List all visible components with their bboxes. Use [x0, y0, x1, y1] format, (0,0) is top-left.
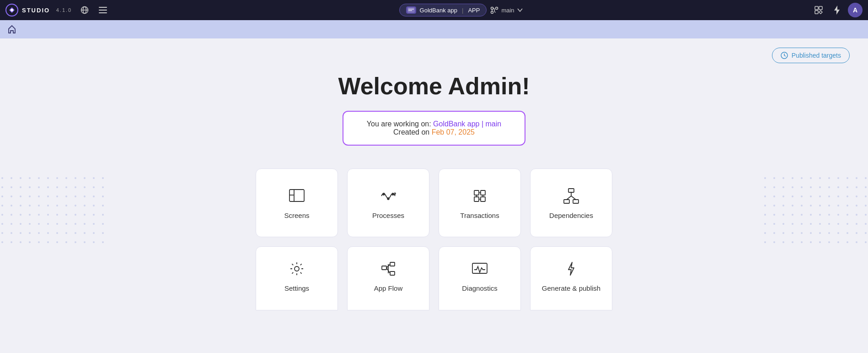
svg-rect-26: [474, 197, 479, 201]
svg-rect-8: [407, 7, 415, 13]
app-flow-icon: [379, 260, 397, 278]
published-targets-button[interactable]: Published targets: [772, 48, 850, 63]
topnav: STUDIO 4.1.0 GoldBank app | APP: [0, 0, 868, 20]
transactions-card[interactable]: Transactions: [439, 168, 521, 237]
svg-rect-24: [474, 190, 479, 195]
svg-rect-33: [564, 200, 569, 203]
dependencies-label: Dependencies: [549, 212, 593, 219]
app-selector[interactable]: GoldBank app | APP: [399, 4, 487, 16]
brand-logo[interactable]: [5, 4, 18, 16]
app-type-badge: [406, 6, 416, 14]
screens-card[interactable]: Screens: [256, 168, 338, 237]
content-area: Published targets Welcome Admin! You are…: [0, 38, 868, 320]
svg-rect-41: [390, 272, 395, 275]
cards-row-1: Screens Processes: [256, 168, 612, 237]
welcome-title: Welcome Admin!: [338, 72, 530, 100]
generate-publish-icon: [562, 260, 580, 278]
svg-rect-27: [481, 197, 485, 201]
svg-rect-32: [568, 189, 574, 192]
topnav-right: A: [811, 3, 863, 17]
dependencies-card[interactable]: Dependencies: [530, 168, 612, 237]
svg-point-1: [11, 9, 13, 11]
hamburger-icon[interactable]: [96, 3, 110, 17]
processes-icon: [379, 187, 397, 205]
working-on-box: You are working on: GoldBank app | main …: [343, 111, 525, 146]
svg-point-12: [496, 7, 498, 10]
svg-rect-40: [390, 262, 395, 266]
diagnostics-icon: [471, 260, 489, 278]
chevron-down-icon: [517, 8, 523, 12]
main-content: for(let i=0;i<96;i++) document.write('<d…: [0, 38, 868, 353]
branch-selector[interactable]: main: [490, 6, 522, 14]
svg-rect-18: [289, 190, 304, 201]
dependencies-icon: [562, 187, 580, 205]
brand-name: STUDIO 4.1.0: [22, 7, 72, 14]
working-on-line: You are working on: GoldBank app | main: [358, 120, 510, 128]
svg-line-37: [571, 196, 576, 200]
published-targets-row: Published targets: [18, 48, 850, 63]
topnav-center: GoldBank app | APP main: [114, 4, 808, 16]
svg-rect-6: [99, 10, 107, 11]
settings-label: Settings: [284, 284, 309, 292]
svg-point-22: [387, 198, 389, 200]
svg-rect-7: [99, 12, 107, 13]
branch-name: main: [501, 7, 514, 14]
cards-row-2: Settings App Flow: [256, 246, 612, 310]
user-avatar[interactable]: A: [848, 3, 863, 17]
app-flow-card[interactable]: App Flow: [347, 246, 429, 310]
generate-publish-label: Generate & publish: [542, 284, 600, 292]
svg-rect-39: [382, 266, 386, 270]
created-date: Feb 07, 2025: [432, 128, 475, 136]
app-type: APP: [468, 7, 480, 14]
transactions-label: Transactions: [460, 212, 499, 219]
clock-icon: [781, 52, 788, 59]
extensions-icon[interactable]: [811, 3, 826, 17]
app-flow-label: App Flow: [374, 284, 403, 292]
svg-rect-34: [573, 200, 579, 203]
globe-icon[interactable]: [77, 3, 92, 17]
processes-card[interactable]: Processes: [347, 168, 429, 237]
svg-rect-15: [819, 6, 822, 10]
secondbar: [0, 20, 868, 38]
lightning-icon[interactable]: [830, 3, 844, 17]
svg-rect-5: [99, 7, 107, 8]
diagnostics-label: Diagnostics: [462, 284, 498, 292]
svg-point-11: [491, 7, 493, 10]
created-on-line: Created on Feb 07, 2025: [358, 128, 510, 136]
settings-card[interactable]: Settings: [256, 246, 338, 310]
svg-rect-25: [481, 190, 485, 195]
processes-label: Processes: [372, 212, 404, 219]
app-link[interactable]: GoldBank app | main: [433, 120, 501, 128]
home-button[interactable]: [7, 25, 16, 34]
screens-label: Screens: [284, 212, 309, 219]
svg-rect-16: [815, 11, 818, 14]
transactions-icon: [471, 187, 489, 205]
svg-line-36: [567, 196, 571, 200]
diagnostics-card[interactable]: Diagnostics: [439, 246, 521, 310]
svg-rect-14: [815, 6, 818, 10]
svg-point-13: [491, 11, 493, 14]
svg-point-21: [383, 193, 385, 195]
generate-publish-card[interactable]: Generate & publish: [530, 246, 612, 310]
svg-point-38: [295, 266, 299, 271]
settings-icon: [288, 260, 306, 278]
screens-icon: [288, 187, 306, 205]
app-name: GoldBank app: [420, 7, 457, 14]
svg-point-23: [392, 193, 394, 195]
